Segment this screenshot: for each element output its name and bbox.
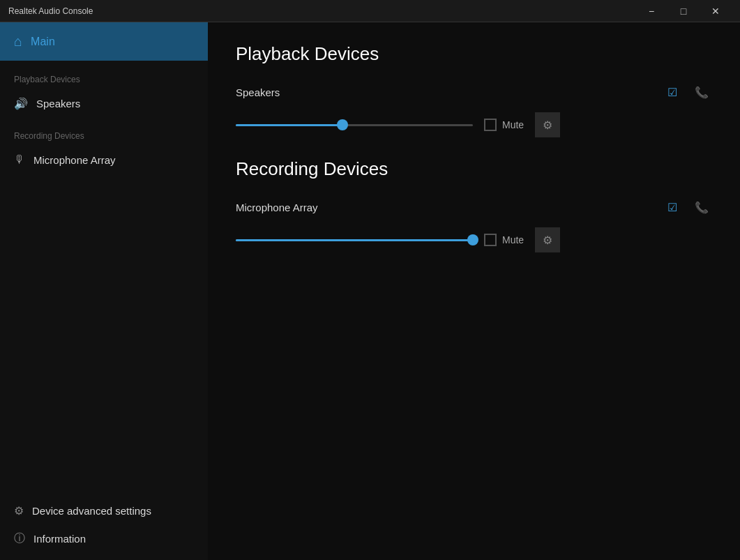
microphone-row: Microphone Array ☑ 📞 Mute [236, 197, 712, 252]
microphone-volume-slider[interactable] [236, 233, 473, 247]
main-content: Playback Devices Speakers ☑ 📞 Mute [208, 22, 740, 560]
recording-devices-section-label: Recording Devices [0, 117, 208, 146]
close-button[interactable]: ✕ [700, 0, 732, 22]
microphone-mute-area: Mute [484, 234, 524, 246]
app-title: Realtek Audio Console [8, 6, 93, 16]
speakers-slider-thumb[interactable] [337, 119, 348, 130]
playback-devices-section-label: Playback Devices [0, 61, 208, 90]
speakers-set-default-button[interactable]: ☑ [662, 82, 683, 103]
sidebar: ⌂ Main Playback Devices 🔊 Speakers Recor… [0, 22, 208, 560]
speakers-name: Speakers [236, 86, 654, 98]
sidebar-item-speakers[interactable]: 🔊 Speakers [0, 90, 208, 117]
window-controls: − □ ✕ [635, 0, 732, 22]
speakers-controls: Mute ⚙ [236, 112, 712, 137]
recording-section: Recording Devices Microphone Array ☑ 📞 [236, 158, 712, 252]
microphone-name: Microphone Array [236, 202, 654, 213]
speakers-slider-track [236, 124, 473, 126]
speakers-phone-button[interactable]: 📞 [691, 82, 712, 103]
sidebar-item-advanced-settings[interactable]: ⚙ Device advanced settings [0, 497, 208, 524]
playback-devices-title: Playback Devices [236, 43, 712, 65]
sidebar-speakers-label: Speakers [36, 98, 80, 109]
info-icon: ⓘ [14, 531, 25, 546]
speaker-icon: 🔊 [14, 97, 28, 110]
minimize-button[interactable]: − [635, 0, 667, 22]
microphone-settings-button[interactable]: ⚙ [535, 227, 560, 252]
sidebar-information-label: Information [33, 533, 86, 545]
speakers-header: Speakers ☑ 📞 [236, 82, 712, 103]
speakers-mute-checkbox[interactable] [484, 119, 497, 131]
sidebar-item-microphone[interactable]: 🎙 Microphone Array [0, 146, 208, 173]
maximize-button[interactable]: □ [667, 0, 700, 22]
home-icon: ⌂ [14, 33, 22, 50]
microphone-mute-label: Mute [502, 234, 524, 245]
microphone-slider-track [236, 239, 473, 241]
sidebar-item-information[interactable]: ⓘ Information [0, 524, 208, 553]
microphone-header: Microphone Array ☑ 📞 [236, 197, 712, 218]
speakers-mute-area: Mute [484, 119, 524, 131]
speakers-settings-button[interactable]: ⚙ [535, 112, 560, 137]
titlebar: Realtek Audio Console − □ ✕ [0, 0, 740, 22]
app-container: ⌂ Main Playback Devices 🔊 Speakers Recor… [0, 22, 740, 560]
gear-icon: ⚙ [14, 504, 24, 517]
microphone-phone-button[interactable]: 📞 [691, 197, 712, 218]
recording-devices-title: Recording Devices [236, 158, 712, 180]
microphone-set-default-button[interactable]: ☑ [662, 197, 683, 218]
sidebar-bottom: ⚙ Device advanced settings ⓘ Information [0, 497, 208, 560]
microphone-slider-thumb[interactable] [467, 234, 478, 245]
sidebar-main-label: Main [31, 36, 55, 48]
microphone-mute-checkbox[interactable] [484, 234, 497, 246]
sidebar-item-main[interactable]: ⌂ Main [0, 22, 208, 61]
microphone-controls: Mute ⚙ [236, 227, 712, 252]
speakers-slider-fill [236, 124, 342, 126]
speakers-row: Speakers ☑ 📞 Mute ⚙ [236, 82, 712, 137]
sidebar-advanced-settings-label: Device advanced settings [32, 505, 151, 517]
microphone-slider-fill [236, 239, 473, 241]
sidebar-microphone-label: Microphone Array [33, 154, 116, 166]
speakers-volume-slider[interactable] [236, 118, 473, 132]
speakers-mute-label: Mute [502, 119, 524, 130]
mic-icon: 🎙 [14, 153, 25, 166]
